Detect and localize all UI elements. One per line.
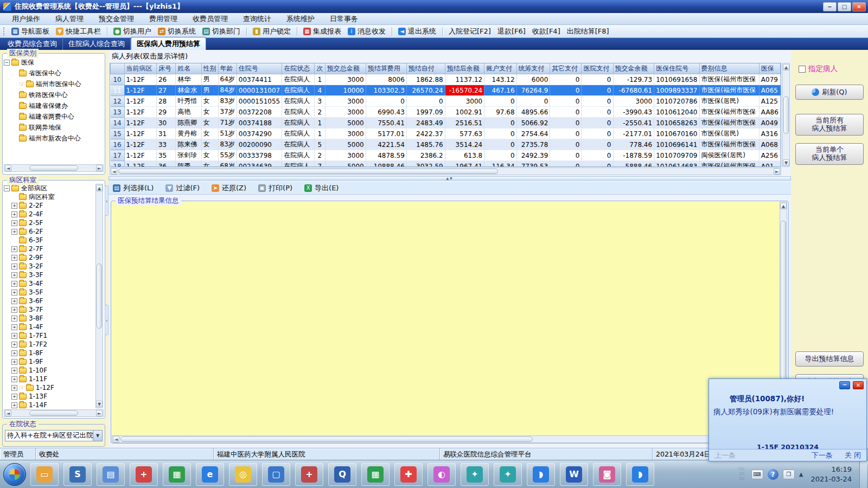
table-row[interactable]: 131-12F29高艳女37岁00372208在院病人230006990.431… bbox=[111, 107, 781, 118]
inhospital-status-combo[interactable]: 待入科+在院+病区登记出院 ▼ bbox=[5, 430, 103, 441]
toolbar-button-11[interactable]: 收款[F4] bbox=[529, 25, 564, 37]
tree-expand-icon[interactable]: + bbox=[11, 203, 17, 209]
tree-item-2-5F[interactable]: +2-5F bbox=[4, 219, 95, 227]
tree-expand-icon[interactable]: + bbox=[11, 290, 17, 296]
tree-item-1-8F[interactable]: +1-8F bbox=[4, 349, 95, 357]
table-row[interactable]: 161-12F33陈来佛女83岁00200090在院病人550004221.54… bbox=[111, 139, 781, 150]
column-header-14[interactable]: 统筹支付 bbox=[516, 63, 550, 74]
scroll-up-arrow-icon[interactable]: ▲ bbox=[780, 203, 787, 209]
close-button[interactable]: ✕ bbox=[852, 2, 866, 11]
tree-expand-icon[interactable]: + bbox=[11, 402, 17, 408]
patient-table-vscrollbar[interactable]: ▲ ▼ bbox=[782, 63, 790, 167]
maximize-button[interactable]: □ bbox=[838, 2, 851, 11]
scroll-left-arrow-icon[interactable]: ◄ bbox=[5, 410, 11, 416]
tree-item-2-7F[interactable]: +2-7F bbox=[4, 245, 95, 253]
tree-expand-icon[interactable]: + bbox=[11, 368, 17, 374]
scroll-up-arrow-icon[interactable]: ▲ bbox=[96, 185, 103, 191]
scroll-left-arrow-icon[interactable]: ◄ bbox=[113, 436, 119, 442]
table-row[interactable]: 141-12F30陈燕卿女71岁00374188在院病人150007550.41… bbox=[111, 118, 781, 129]
toolbar-button-3[interactable]: ⇄切换系统 bbox=[155, 25, 199, 37]
table-toolbar-button-0[interactable]: ▤列选择(L) bbox=[113, 183, 154, 193]
doctor-app-icon[interactable]: + bbox=[130, 463, 158, 486]
taskbar-clock[interactable]: 16:19 2021-03-24 bbox=[807, 465, 855, 484]
export-presettle-info-button[interactable]: 导出预结算信息 bbox=[795, 351, 864, 367]
column-header-17[interactable]: 预交金余额 bbox=[613, 63, 654, 74]
menu-item-6[interactable]: 系统维护 bbox=[279, 13, 322, 24]
tree-item-2-2F[interactable]: +2-2F bbox=[4, 201, 95, 210]
patient-table-hscrollbar[interactable]: ◄ ► bbox=[110, 168, 781, 175]
table-toolbar-button-4[interactable]: X导出(E) bbox=[304, 183, 339, 193]
toolbar-button-8[interactable]: ◄退出系统 bbox=[395, 25, 439, 37]
tree-expand-icon[interactable]: + bbox=[11, 385, 17, 391]
ylz-app2-icon[interactable]: ◗ bbox=[626, 463, 654, 486]
scroll-right-arrow-icon[interactable]: ► bbox=[96, 165, 103, 171]
tree-item-1-12F[interactable]: +☞1-12F bbox=[4, 383, 95, 392]
menu-item-1[interactable]: 病人管理 bbox=[48, 13, 91, 24]
scroll-thumb[interactable] bbox=[29, 165, 78, 171]
column-header-6[interactable]: 住院号 bbox=[237, 63, 282, 74]
column-header-7[interactable]: 在院状态 bbox=[282, 63, 315, 74]
minimize-button[interactable]: − bbox=[823, 2, 837, 11]
remote-screen-icon[interactable]: ▢ bbox=[262, 463, 290, 486]
tree-item-福建省两费中心[interactable]: 福建省两费中心 bbox=[4, 111, 104, 122]
table-row[interactable]: 101-12F26林华男64岁00374411在院病人1300080061862… bbox=[111, 74, 781, 85]
table-row[interactable]: 151-12F31黄丹榕女51岁00374290在院病人130005177.01… bbox=[111, 129, 781, 139]
presettle-all-patients-button[interactable]: 当前所有 病人预结算 bbox=[795, 114, 864, 136]
scroll-up-arrow-icon[interactable]: ▲ bbox=[783, 64, 789, 70]
tree-expand-icon[interactable]: + bbox=[11, 281, 17, 287]
tree-expand-icon[interactable]: + bbox=[11, 220, 17, 226]
toolbar-button-9[interactable]: 入院登记[F2] bbox=[445, 25, 494, 37]
tree-item-铁路医保中心[interactable]: 铁路医保中心 bbox=[4, 89, 104, 100]
tree-item-2-4F[interactable]: +2-4F bbox=[4, 210, 95, 219]
scroll-down-arrow-icon[interactable]: ▼ bbox=[96, 401, 103, 407]
ward-tree-vscrollbar[interactable]: ▲ ▼ bbox=[95, 184, 103, 408]
tree-expand-icon[interactable]: + bbox=[11, 316, 17, 322]
notepad-icon[interactable]: ▤ bbox=[97, 463, 125, 486]
tree-expand-icon[interactable]: + bbox=[11, 394, 17, 400]
first-aid-icon[interactable]: ✚ bbox=[394, 463, 423, 486]
toolbar-grip[interactable] bbox=[3, 27, 6, 36]
column-header-9[interactable]: 预交总金额 bbox=[325, 63, 366, 74]
column-header-19[interactable]: 费别信息 bbox=[699, 63, 759, 74]
scroll-thumb[interactable] bbox=[118, 169, 498, 174]
sql-manager-icon[interactable]: S bbox=[63, 463, 92, 486]
tree-item-省医保中心[interactable]: 省医保中心 bbox=[4, 68, 104, 79]
column-header-20[interactable]: 医保 bbox=[759, 63, 780, 74]
popup-minimize-button[interactable]: − bbox=[839, 381, 850, 389]
tree-expand-icon[interactable]: + bbox=[11, 272, 17, 278]
tree-item-3-4F[interactable]: +3-4F bbox=[4, 279, 95, 288]
tree-item-全部病区[interactable]: −全部病区 bbox=[4, 184, 95, 192]
table-toolbar-button-3[interactable]: ▣打印(P) bbox=[258, 183, 292, 193]
column-header-0[interactable] bbox=[111, 63, 125, 74]
tree-expand-icon[interactable]: + bbox=[11, 333, 17, 339]
specify-patient-checkbox-row[interactable]: 指定病人 bbox=[799, 64, 838, 74]
keyboard-tray-icon[interactable]: ⌨ bbox=[751, 470, 763, 479]
toolbar-button-4[interactable]: ▤切换部门 bbox=[199, 25, 244, 37]
tree-item-6-2F[interactable]: +6-2F bbox=[4, 227, 95, 236]
tree-expand-icon[interactable]: + bbox=[11, 350, 17, 356]
column-header-1[interactable]: 当前病区 bbox=[124, 63, 156, 74]
scroll-right-arrow-icon[interactable]: ► bbox=[96, 410, 103, 416]
tree-item-福州市新农合中心[interactable]: 福州市新农合中心 bbox=[4, 133, 104, 144]
tree-expand-icon[interactable]: + bbox=[11, 255, 17, 261]
popup-close-link[interactable]: 关 闭 bbox=[845, 451, 861, 460]
paint-icon[interactable]: ◐ bbox=[427, 463, 456, 486]
scroll-down-arrow-icon[interactable]: ▼ bbox=[783, 159, 789, 166]
scroll-thumb[interactable] bbox=[97, 264, 102, 329]
scroll-thumb[interactable] bbox=[29, 410, 78, 416]
show-desktop-button[interactable] bbox=[859, 460, 867, 488]
scroll-thumb[interactable] bbox=[783, 96, 789, 134]
chart-tool-icon[interactable]: ▦ bbox=[361, 463, 390, 486]
column-header-5[interactable]: 年龄 bbox=[218, 63, 237, 74]
table-row[interactable]: 181-12F36陈秀女68岁00234639在院病人7500010888.46… bbox=[111, 161, 781, 168]
menu-item-4[interactable]: 收费员管理 bbox=[185, 13, 235, 24]
tree-item-1-14F[interactable]: +1-14F bbox=[4, 401, 95, 408]
scroll-left-arrow-icon[interactable]: ◄ bbox=[5, 165, 11, 171]
column-header-13[interactable]: 账户支付 bbox=[484, 63, 516, 74]
combo-dropdown-arrow-icon[interactable]: ▼ bbox=[93, 431, 102, 441]
menu-item-3[interactable]: 费用管理 bbox=[142, 13, 185, 24]
tree-expand-icon[interactable]: + bbox=[11, 211, 17, 217]
column-header-16[interactable]: 医院支付 bbox=[582, 63, 613, 74]
toolbar-button-12[interactable]: 出院结算[F8] bbox=[564, 25, 612, 37]
tree-expand-icon[interactable]: + bbox=[11, 229, 17, 235]
